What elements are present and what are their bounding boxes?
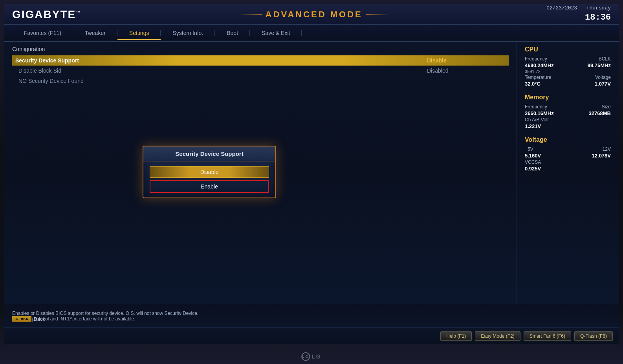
title-line-right — [366, 14, 389, 15]
cpu-bclk-val: 99.75MHz — [588, 62, 611, 68]
mem-freq-row: Frequency Size — [525, 104, 611, 110]
cpu-freq-key: Frequency — [525, 56, 547, 62]
cpu-freq-val-row: 4690.24MHz 99.75MHz — [525, 62, 611, 68]
monitor-brand-text: LG — [312, 353, 321, 360]
header: GIGABYTE™ ADVANCED MODE 02/23/2023 Thurs… — [4, 4, 619, 25]
tab-favorites[interactable]: Favorites (F11) — [12, 27, 73, 39]
esc-back[interactable]: « esc Back — [12, 316, 45, 322]
cpu-temp-row: Temperature Voltage — [525, 75, 611, 80]
mem-volt-val-row: 1.221V — [525, 123, 611, 129]
menu-item-security-device-support[interactable]: Security Device Support Disable — [12, 55, 509, 66]
cpu-volt-val: 1.077V — [595, 81, 611, 87]
section-label: Configuration — [12, 46, 509, 52]
volt-vccsa-val-row: 0.925V — [525, 166, 611, 172]
voltage-title: Voltage — [525, 136, 611, 143]
mem-freq-val-row: 2660.16MHz 32768MB — [525, 110, 611, 116]
menu-item-value-blocksid: Disabled — [427, 68, 506, 74]
popup-option-disable[interactable]: Disable — [150, 166, 269, 178]
mem-size-key: Size — [602, 104, 611, 110]
cpu-section: CPU Frequency BCLK 4690.24MHz 99.75MHz 3… — [525, 46, 611, 87]
title-decoration: ADVANCED MODE — [81, 9, 546, 20]
help-line2: TCG EFI protocol and INT1A interface wil… — [12, 316, 611, 322]
volt-5v-key: +5V — [525, 146, 533, 152]
main-content: Configuration Security Device Support Di… — [4, 42, 619, 304]
cpu-bclk-key: BCLK — [599, 56, 611, 62]
popup-option-enable[interactable]: Enable — [150, 180, 269, 193]
right-panel: CPU Frequency BCLK 4690.24MHz 99.75MHz 3… — [517, 42, 619, 304]
mem-freq-val: 2660.16MHz — [525, 110, 554, 116]
mem-volt-row: Ch A/B Volt — [525, 117, 611, 123]
popup-title: Security Device Support — [150, 150, 269, 157]
nav-tabs: Favorites (F11) Tweaker Settings System … — [4, 25, 619, 42]
cpu-freq2-val: 3591.72 — [525, 69, 541, 74]
popup-body: Disable Enable — [143, 161, 275, 198]
esc-label: Back — [34, 316, 45, 322]
lg-circle: LG — [301, 352, 310, 361]
day-text: Thursday — [586, 5, 611, 11]
mem-volt-val: 1.221V — [525, 123, 541, 129]
mem-size-val: 32768MB — [589, 110, 611, 116]
datetime: 02/23/2023 Thursday 18:36 — [546, 5, 611, 24]
date-line: 02/23/2023 Thursday — [546, 5, 611, 12]
tab-tweaker[interactable]: Tweaker — [73, 27, 117, 39]
volt-vccsa-row: VCCSA — [525, 159, 611, 165]
logo-sup: ™ — [76, 9, 81, 15]
cpu-volt-key: Voltage — [595, 75, 611, 80]
volt-5v-val: 5.160V — [525, 153, 541, 159]
logo: GIGABYTE™ — [12, 8, 81, 21]
popup-dialog: Security Device Support Disable Enable — [143, 146, 276, 198]
memory-title: Memory — [525, 94, 611, 101]
title-line-left — [239, 14, 262, 15]
volt-5v-row: +5V +12V — [525, 146, 611, 152]
cpu-title: CPU — [525, 46, 611, 53]
easymode-button[interactable]: Easy Mode (F2) — [475, 331, 520, 341]
popup-header: Security Device Support — [143, 146, 275, 161]
memory-section: Memory Frequency Size 2660.16MHz 32768MB… — [525, 94, 611, 129]
volt-12v-val: 12.078V — [592, 153, 611, 159]
mem-volt-key: Ch A/B Volt — [525, 117, 549, 123]
volt-vccsa-val: 0.925V — [525, 166, 541, 172]
mem-freq-key: Frequency — [525, 104, 547, 110]
cpu-temp-val: 32.0°C — [525, 81, 541, 87]
popup-overlay: Security Device Support Disable Enable — [4, 80, 414, 264]
cpu-freq-row: Frequency BCLK — [525, 56, 611, 62]
menu-item-value-security: Disable — [427, 57, 506, 64]
monitor-outer: GIGABYTE™ ADVANCED MODE 02/23/2023 Thurs… — [0, 0, 623, 364]
cpu-temp-key: Temperature — [525, 75, 551, 80]
help-button[interactable]: Help (F1) — [440, 331, 472, 341]
smartfan-button[interactable]: Smart Fan 6 (F6) — [524, 331, 571, 341]
tab-boot[interactable]: Boot — [215, 27, 250, 39]
left-panel: Configuration Security Device Support Di… — [4, 42, 517, 304]
menu-item-disable-block-sid[interactable]: Disable Block Sid Disabled — [12, 66, 509, 76]
tab-saveexit[interactable]: Save & Exit — [250, 27, 302, 39]
bottom-actions: Help (F1) Easy Mode (F2) Smart Fan 6 (F6… — [4, 327, 619, 344]
voltage-section: Voltage +5V +12V 5.160V 12.078V VCCSA 0.… — [525, 136, 611, 172]
volt-vccsa-key: VCCSA — [525, 159, 541, 165]
bottom-help: Enables or Disables BIOS support for sec… — [4, 304, 619, 327]
advanced-mode-title: ADVANCED MODE — [266, 9, 363, 20]
help-line1: Enables or Disables BIOS support for sec… — [12, 311, 611, 316]
menu-item-label-security: Security Device Support — [15, 57, 427, 64]
qflash-button[interactable]: Q-Flash (F8) — [574, 331, 613, 341]
lg-logo: LG LG — [301, 352, 321, 361]
menu-item-label-blocksid: Disable Block Sid — [18, 68, 427, 74]
tab-sysinfo[interactable]: System Info. — [161, 27, 215, 39]
cpu-freq2-val-row: 3591.72 — [525, 69, 611, 74]
volt-12v-key: +12V — [600, 146, 611, 152]
esc-key[interactable]: « esc — [12, 316, 31, 322]
time-text: 18:36 — [546, 12, 611, 24]
tab-settings[interactable]: Settings — [117, 27, 161, 40]
menu-item-label-nosecurity: NO Security Device Found — [18, 78, 506, 84]
cpu-temp-val-row: 32.0°C 1.077V — [525, 81, 611, 87]
cpu-freq-val: 4690.24MHz — [525, 62, 554, 68]
menu-item-no-security-device: NO Security Device Found — [12, 76, 509, 86]
date-text: 02/23/2023 — [546, 5, 577, 11]
title-center: ADVANCED MODE — [81, 9, 546, 20]
volt-5v-val-row: 5.160V 12.078V — [525, 153, 611, 159]
logo-text: GIGABYTE — [12, 8, 76, 20]
bios-screen: GIGABYTE™ ADVANCED MODE 02/23/2023 Thurs… — [4, 4, 619, 344]
